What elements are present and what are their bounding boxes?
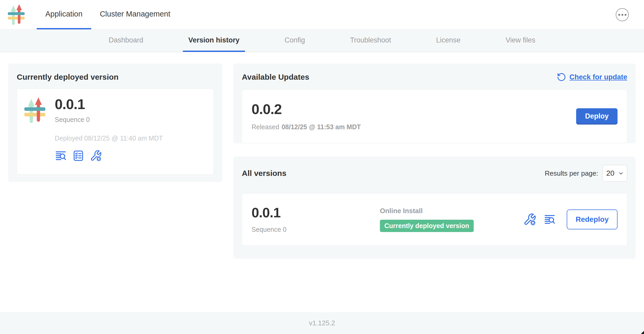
ellipsis-icon: [618, 14, 620, 16]
results-per-page-value: 20: [606, 169, 614, 177]
deployed-timestamp: Deployed 08/12/25 @ 11:40 am MDT: [55, 134, 163, 142]
update-row: 0.0.2 Released08/12/25 @ 11:53 am MDT De…: [242, 89, 627, 143]
deployed-sequence-label: Sequence 0: [55, 116, 163, 123]
row-sequence-label: Sequence 0: [252, 226, 380, 233]
overflow-menu-button[interactable]: [616, 8, 629, 21]
preflight-checks-icon[interactable]: [73, 150, 84, 162]
tab-view-files[interactable]: View files: [500, 30, 541, 52]
version-row: 0.0.1 Sequence 0 Online Install Currentl…: [242, 193, 627, 246]
kots-admin-console: Application Cluster Management Dashboard…: [0, 0, 644, 334]
edit-config-icon[interactable]: [523, 213, 536, 226]
row-version-label: 0.0.1: [252, 206, 380, 220]
update-version-label: 0.0.2: [252, 102, 361, 117]
console-footer: v1.125.2: [0, 312, 644, 334]
header-tab-label: Cluster Management: [100, 10, 170, 18]
currently-deployed-title: Currently deployed version: [17, 72, 214, 82]
deploy-logs-icon[interactable]: [544, 214, 556, 225]
results-per-page-select[interactable]: 20: [602, 165, 627, 182]
header-tab-label: Application: [45, 10, 83, 18]
all-versions-title: All versions: [242, 168, 286, 179]
deploy-logs-icon[interactable]: [55, 150, 67, 161]
check-for-update-label: Check for update: [569, 73, 627, 81]
tab-license[interactable]: License: [431, 30, 466, 52]
available-updates-card: Available Updates Check for update 0.0.2…: [233, 63, 636, 143]
deployed-actions: [55, 149, 163, 162]
app-logo-icon: [24, 97, 45, 166]
tab-troubleshoot[interactable]: Troubleshoot: [345, 30, 397, 52]
tab-config[interactable]: Config: [279, 30, 310, 52]
update-released-timestamp: Released08/12/25 @ 11:53 am MDT: [252, 123, 361, 131]
app-level-tabs: Application Cluster Management: [37, 0, 179, 29]
all-versions-card: All versions Results per page: 20 0.0.: [233, 157, 636, 259]
redeploy-button[interactable]: Redeploy: [567, 209, 618, 229]
status-badge: Currently deployed version: [380, 220, 474, 232]
console-version-label: v1.125.2: [309, 319, 335, 327]
chevron-down-icon: [618, 170, 624, 176]
available-updates-title: Available Updates: [242, 72, 309, 82]
header-tab-cluster-management[interactable]: Cluster Management: [91, 0, 179, 29]
mouse-cursor: [641, 331, 644, 334]
app-header: Application Cluster Management: [0, 0, 644, 30]
header-tab-application[interactable]: Application: [37, 0, 91, 29]
app-logo-icon: [8, 0, 25, 29]
tab-dashboard[interactable]: Dashboard: [103, 30, 149, 52]
install-type-label: Online Install: [380, 207, 474, 215]
tab-version-history[interactable]: Version history: [183, 30, 245, 52]
refresh-icon: [557, 72, 566, 82]
deployed-version-label: 0.0.1: [55, 97, 163, 112]
app-subnav: Dashboard Version history Config Trouble…: [0, 30, 644, 52]
deployed-version-card: 0.0.1 Sequence 0 Deployed 08/12/25 @ 11:…: [17, 89, 214, 175]
check-for-update-link[interactable]: Check for update: [557, 72, 627, 82]
edit-config-icon[interactable]: [90, 149, 102, 162]
deploy-button[interactable]: Deploy: [576, 108, 618, 125]
main-content: Currently deployed version 0.0.1 Sequenc…: [0, 52, 644, 312]
results-per-page-label: Results per page:: [545, 169, 598, 177]
row-actions: Redeploy: [523, 209, 618, 229]
currently-deployed-card: Currently deployed version 0.0.1 Sequenc…: [8, 63, 222, 182]
